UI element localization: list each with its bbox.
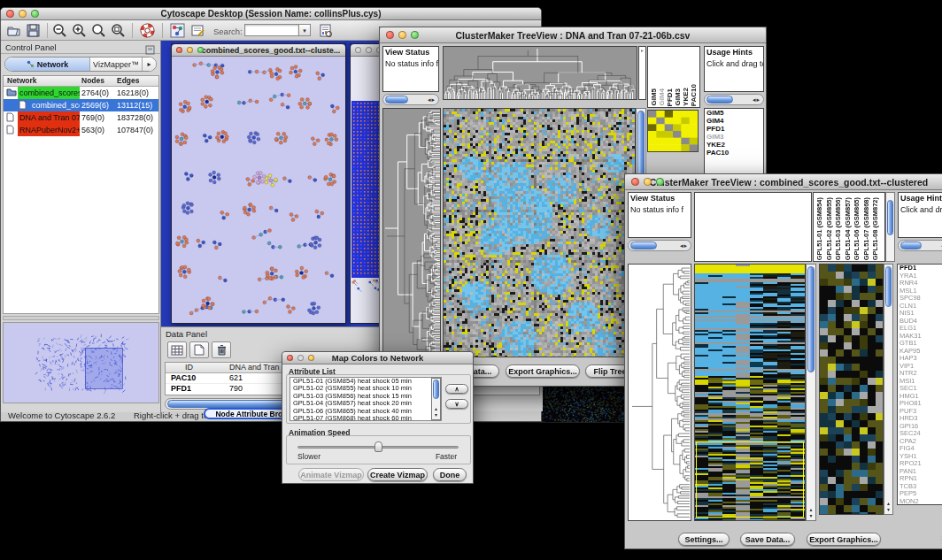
dialog-titlebar[interactable]: Map Colors to Network [282, 352, 473, 364]
delete-attribute-button[interactable] [212, 341, 231, 358]
treeview2-hints-hscrollbar[interactable]: ◂▸ [898, 240, 942, 251]
move-attribute-down-button[interactable]: ∨ [445, 399, 468, 409]
row-id[interactable]: PFD1 [171, 384, 191, 393]
zoom-button[interactable] [31, 10, 39, 18]
help-lifesaver-icon[interactable] [140, 23, 155, 42]
tab-vizmapper[interactable]: VizMapper™ [90, 58, 143, 71]
minimize-button[interactable] [366, 47, 372, 53]
treeview2-heatmap[interactable] [694, 264, 806, 521]
open-session-icon[interactable] [6, 23, 21, 42]
zoom-selected-icon[interactable] [111, 23, 126, 42]
network-overview-canvas[interactable] [4, 323, 158, 403]
main-titlebar[interactable]: Cytoscape Desktop (Session Name: collins… [1, 8, 541, 20]
close-button[interactable] [386, 31, 394, 39]
col-edges[interactable]: Edges [117, 76, 140, 85]
save-data-button[interactable]: Save Data... [740, 533, 795, 546]
zoom-in-icon[interactable] [72, 23, 87, 42]
annotation-icon[interactable] [190, 23, 205, 42]
minimize-button[interactable] [187, 47, 193, 53]
treeview1-titlebar[interactable]: ClusterMaker TreeView : DNA and Tran 07-… [380, 27, 766, 43]
row-label: GIM4 [705, 117, 763, 125]
network-tab-icon [27, 60, 35, 68]
search-dropdown-arrow[interactable]: ▾ [299, 24, 311, 36]
attribute-list-vscrollbar[interactable]: ▴▾ [431, 378, 441, 420]
attribute-select-button[interactable] [167, 341, 187, 358]
treeview2-titlebar[interactable]: ClusterMaker TreeView : combined_scores_… [625, 174, 942, 190]
network-list-row[interactable]: combined_scores2764(0)16218(0) [4, 87, 158, 99]
network-report-icon[interactable] [318, 23, 333, 42]
treeview1-status-hscrollbar[interactable]: ◂▸ [382, 94, 439, 105]
export-graphics-button[interactable]: Export Graphics... [506, 364, 580, 378]
speed-slider-thumb[interactable] [374, 441, 382, 452]
zoom-button[interactable] [308, 355, 314, 361]
treeview2-left-dendrogram[interactable] [628, 264, 691, 521]
treeview2-column-labels[interactable]: GPL51-01 (GSM854)GPL51-02 (GSM855)GPL51-… [813, 192, 885, 262]
attribute-list-item[interactable]: GPL51-07 (GSM868) heat shock 60 min [291, 415, 429, 421]
treeview1-hints-hscrollbar[interactable]: ◂▸ [704, 94, 764, 105]
network-list-row[interactable]: DNA and Tran 07769(0)183728(0) [4, 111, 158, 124]
row-label: YKE2 [705, 141, 763, 149]
close-button[interactable] [6, 10, 14, 18]
search-input[interactable] [244, 24, 299, 36]
create-vizmap-button[interactable]: Create Vizmap [367, 468, 428, 481]
treeview2-status-hscrollbar[interactable]: ◂▸ [628, 240, 691, 251]
minimize-button[interactable] [644, 178, 652, 186]
zoom-button[interactable] [656, 178, 664, 186]
export-graphics-button[interactable]: Export Graphics... [807, 533, 881, 546]
panel-splitter[interactable] [3, 316, 159, 320]
col-id[interactable]: ID [185, 363, 193, 372]
minimize-button[interactable] [398, 31, 406, 39]
vizmapper-icon[interactable] [170, 23, 185, 42]
zoom-button[interactable] [411, 31, 419, 39]
minimize-button[interactable] [19, 10, 27, 18]
done-button[interactable]: Done [433, 468, 467, 481]
network-overview-panel[interactable] [3, 322, 159, 403]
column-label: GPL51-07 (GSM868) [862, 197, 870, 260]
close-button[interactable] [631, 178, 639, 186]
treeview1-mini-heatmap[interactable] [647, 110, 699, 152]
zoom-out-icon[interactable] [52, 23, 67, 42]
column-label: GPL51-08 (GSM872) [871, 197, 879, 260]
treeview2-collabel-vscrollbar[interactable] [885, 192, 895, 262]
network-view-titlebar[interactable]: combined_scores_good.txt--cluste... [172, 44, 345, 57]
network-canvas[interactable] [172, 57, 345, 323]
treeview2-zoom-vscrollbar[interactable]: ▴▾ [884, 264, 893, 515]
treeview1-column-labels[interactable]: GIM5GIM4PFD1GIM3YKE2PAC10 [647, 46, 700, 108]
row-value[interactable]: 621 [229, 373, 243, 382]
treeview1-heatmap[interactable] [443, 108, 636, 357]
col-nodes[interactable]: Nodes [81, 76, 104, 85]
row-label: GIM5 [705, 109, 763, 117]
animate-vizmap-button[interactable]: Animate Vizmap [298, 468, 364, 481]
close-button[interactable] [176, 47, 182, 53]
settings-button[interactable]: Settings... [678, 533, 730, 546]
column-label: GPL51-02 (GSM855) [825, 197, 833, 260]
close-button[interactable] [355, 47, 361, 53]
row-label: PAC10 [705, 149, 763, 157]
control-panel-tabs: Network VizMapper™ ▸ [4, 57, 157, 72]
row-value[interactable]: 790 [229, 384, 243, 393]
treeview2-vscrollbar[interactable]: ▴▾ [806, 264, 816, 521]
treeview1-left-dendrogram[interactable] [382, 108, 441, 357]
zoom-button[interactable] [197, 47, 204, 53]
treeview1-top-dendrogram[interactable] [443, 46, 637, 100]
treeview1-usage-hints: Usage Hints Click and drag to [704, 46, 764, 92]
network-list-row[interactable]: RNAPuberNov2+563(0)107847(0) [4, 124, 158, 136]
treeview2-title: ClusterMaker TreeView : combined_scores_… [650, 177, 928, 188]
new-attribute-button[interactable] [189, 341, 209, 358]
row-label: MON2 [898, 498, 942, 506]
row-id[interactable]: PAC10 [171, 373, 196, 382]
minimize-button[interactable] [297, 355, 304, 361]
tab-network[interactable]: Network [5, 58, 90, 71]
save-session-icon[interactable] [26, 23, 41, 42]
treeview2-row-labels[interactable]: PFD1YRA1RNR4MSL1SPC98CLN1NIS1BUD4ELG1MAK… [897, 264, 942, 505]
network-list-row[interactable]: combined_sco2569(6)13112(15) [4, 99, 158, 111]
zoom-fit-icon[interactable] [91, 23, 106, 42]
tabs-overflow-arrow[interactable]: ▸ [143, 58, 156, 71]
treeview2-top-dendrogram-area[interactable] [694, 192, 812, 262]
col-network[interactable]: Network [7, 76, 37, 85]
faster-label: Faster [436, 452, 457, 461]
attribute-listbox[interactable]: GPL51-01 (GSM854) heat shock 05 minGPL51… [290, 377, 442, 421]
treeview2-zoom-heatmap[interactable] [819, 264, 884, 515]
close-button[interactable] [287, 355, 293, 361]
move-attribute-up-button[interactable]: ∧ [445, 384, 468, 394]
